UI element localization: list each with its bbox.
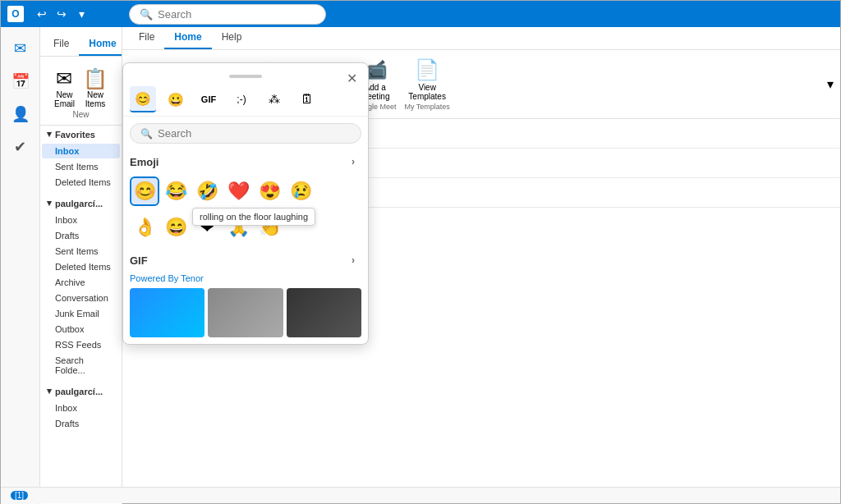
- emoji-picker: ✕ 😊 😀 GIF ;-) ⁂ 🗓 🔍 Emoji › 😊 😂: [122, 62, 369, 345]
- calendar-emoji-tab[interactable]: 🗓: [294, 86, 320, 112]
- gif-grid: [123, 285, 368, 341]
- more-icon[interactable]: ▾: [73, 6, 90, 22]
- emoji-grid: 😊 😂 🤣 rolling on the floor laughing ❤️ 😍…: [123, 173, 368, 209]
- view-templates-icon: 📄: [415, 58, 439, 81]
- emoji-tears-joy[interactable]: 😂: [161, 176, 191, 206]
- tab-file[interactable]: File: [44, 34, 79, 56]
- search-input[interactable]: [158, 8, 306, 21]
- kaomoji-tab[interactable]: ;-): [228, 86, 255, 112]
- folder-search[interactable]: Search Folde...: [42, 353, 120, 378]
- folder-deleted-1[interactable]: Deleted Items: [42, 259, 120, 274]
- new-items-label: NewItems: [85, 90, 105, 108]
- folder-rss[interactable]: RSS Feeds: [42, 337, 120, 352]
- folder-inbox-2[interactable]: Inbox: [42, 401, 120, 415]
- ribbon-expand-button[interactable]: ▾: [824, 73, 837, 95]
- paulgarci-label-1: paulgarcí...: [55, 199, 103, 208]
- quick-access-toolbar: ↩ ↪ ▾: [34, 6, 90, 22]
- folder-junk[interactable]: Junk Email: [42, 306, 120, 321]
- powered-by-tenor[interactable]: Powered By Tenor: [123, 272, 368, 285]
- outlook-logo-icon: O: [7, 6, 24, 22]
- folder-deleted-favorites[interactable]: Deleted Items: [42, 175, 120, 190]
- emoji-heart2[interactable]: ❤: [192, 213, 222, 242]
- emoji-smiley-tab[interactable]: 😀: [163, 86, 189, 112]
- folder-drafts-2[interactable]: Drafts: [42, 416, 120, 431]
- emoji-crying[interactable]: 😢: [286, 176, 315, 206]
- status-badge: [1]: [11, 491, 28, 500]
- emoji-heart[interactable]: ❤️: [223, 176, 253, 206]
- new-group-label: New: [44, 110, 118, 119]
- emoji-section-label: Emoji: [130, 156, 159, 168]
- emoji-rofl[interactable]: 🤣 rolling on the floor laughing: [192, 176, 222, 206]
- chevron-down-icon-2: ▾: [47, 198, 52, 208]
- emoji-search-area: 🔍: [123, 117, 368, 150]
- outlook-window: O ↩ ↪ ▾ ─ □ ✕ ✉ 📅 👤 ✔ File Home ✉: [0, 0, 841, 504]
- my-templates-group-label: My Templates: [404, 103, 449, 111]
- emoji-search-icon: 🔍: [140, 128, 153, 140]
- gif-item-2[interactable]: [208, 288, 283, 337]
- sidebar-icon-calendar[interactable]: 📅: [6, 66, 35, 96]
- emoji-picker-drag[interactable]: [123, 63, 368, 83]
- new-items-icon: 📋: [83, 67, 108, 90]
- chevron-down-icon-3: ▾: [47, 386, 52, 396]
- emoji-grinning[interactable]: 😄: [161, 213, 191, 242]
- emoji-picker-close-button[interactable]: ✕: [342, 68, 361, 88]
- gif-expand-button[interactable]: ›: [345, 252, 361, 268]
- new-email-label: NewEmail: [54, 90, 75, 108]
- paulgarci-section-1[interactable]: ▾ paulgarcí...: [40, 195, 122, 212]
- emoji-face-tab[interactable]: 😊: [130, 86, 156, 112]
- emoji-picker-tabs: 😊 😀 GIF ;-) ⁂ 🗓: [123, 83, 368, 117]
- emoji-clap[interactable]: 👏: [255, 213, 284, 242]
- sidebar: ✉ 📅 👤 ✔: [1, 27, 40, 504]
- folder-outbox[interactable]: Outbox: [42, 322, 120, 337]
- tab-help[interactable]: Help: [212, 28, 252, 49]
- folder-conversation[interactable]: Conversation: [42, 291, 120, 305]
- emoji-grid-2: 👌 😄 ❤ 🙏 👏: [123, 209, 368, 245]
- folder-sent-favorites[interactable]: Sent Items: [42, 159, 120, 174]
- gif-item-1[interactable]: [130, 288, 205, 337]
- emoji-ok-hand[interactable]: 👌: [130, 213, 159, 242]
- new-items-button[interactable]: 📋 NewItems: [80, 62, 111, 110]
- drag-handle: [229, 75, 262, 78]
- sidebar-icon-contacts[interactable]: 👤: [6, 99, 35, 129]
- folder-inbox-favorites[interactable]: Inbox: [42, 144, 120, 158]
- folder-inbox-1[interactable]: Inbox: [42, 213, 120, 227]
- emoji-heart-eyes[interactable]: 😍: [255, 176, 284, 206]
- gif-tab[interactable]: GIF: [195, 86, 222, 112]
- chevron-down-icon: ▾: [47, 129, 52, 140]
- view-templates-label: ViewTemplates: [408, 83, 446, 101]
- new-email-icon: ✉: [56, 67, 72, 90]
- emoji-expand-button[interactable]: ›: [345, 153, 361, 170]
- folder-archive[interactable]: Archive: [42, 275, 120, 290]
- folder-drafts-1[interactable]: Drafts: [42, 228, 120, 243]
- search-icon: 🔍: [140, 8, 153, 21]
- paulgarci-label-2: paulgarcí...: [55, 387, 103, 396]
- favorites-label: Favorites: [55, 130, 95, 140]
- emoji-search-box[interactable]: 🔍: [130, 123, 361, 144]
- new-email-button[interactable]: ✉ NewEmail: [51, 62, 78, 110]
- emoji-search-input[interactable]: [158, 127, 351, 140]
- tab-home[interactable]: Home: [79, 34, 122, 56]
- emoji-section-header: Emoji ›: [123, 150, 368, 173]
- emoji-pray[interactable]: 🙏: [223, 213, 253, 242]
- tab-home-right[interactable]: Home: [164, 28, 211, 49]
- gif-item-3[interactable]: [287, 288, 361, 337]
- tab-file-right[interactable]: File: [129, 28, 164, 49]
- search-box[interactable]: 🔍: [129, 4, 326, 25]
- status-bar: [1]: [1, 487, 840, 503]
- gif-section: GIF › Powered By Tenor: [123, 245, 368, 344]
- sidebar-icon-mail[interactable]: ✉: [6, 34, 35, 63]
- sidebar-icon-tasks[interactable]: ✔: [6, 132, 35, 162]
- paulgarci-section-2[interactable]: ▾ paulgarcí...: [40, 383, 122, 400]
- emoji-smiling[interactable]: 😊: [130, 176, 159, 206]
- folder-panel: File Home ✉ NewEmail 📋 NewItems New ▾ Fa…: [40, 27, 122, 504]
- folder-sent-1[interactable]: Sent Items: [42, 244, 120, 259]
- symbols-tab[interactable]: ⁂: [261, 86, 287, 112]
- undo-icon[interactable]: ↩: [34, 6, 50, 22]
- view-templates-button[interactable]: 📄 ViewTemplates My Templates: [401, 55, 453, 114]
- gif-section-label: GIF: [130, 254, 148, 267]
- gif-section-header: GIF ›: [123, 249, 368, 272]
- favorites-section[interactable]: ▾ Favorites: [40, 126, 122, 143]
- redo-icon[interactable]: ↪: [53, 6, 70, 22]
